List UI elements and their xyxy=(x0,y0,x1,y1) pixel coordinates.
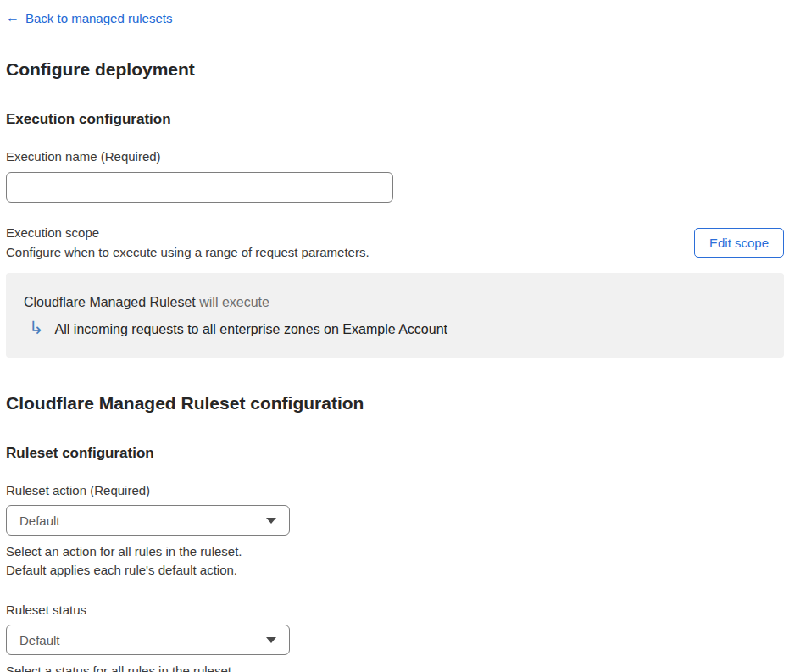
branch-arrow-icon: ↳ xyxy=(29,319,44,336)
page-title: Configure deployment xyxy=(6,59,784,80)
execution-scope-text: Execution scope Configure when to execut… xyxy=(6,223,369,262)
back-to-managed-rulesets-link[interactable]: ← Back to managed rulesets xyxy=(6,11,172,25)
will-execute-text: will execute xyxy=(199,295,269,309)
execution-configuration-heading: Execution configuration xyxy=(6,111,784,128)
execution-summary-scope: ↳ All incoming requests to all enterpris… xyxy=(24,322,767,337)
edit-scope-button[interactable]: Edit scope xyxy=(694,228,784,258)
execution-summary-panel: Cloudflare Managed Ruleset will execute … xyxy=(6,273,784,358)
scope-statement: All incoming requests to all enterprise … xyxy=(55,322,447,337)
chevron-down-icon xyxy=(266,637,276,643)
ruleset-status-selected-value: Default xyxy=(19,633,60,647)
ruleset-status-label: Ruleset status xyxy=(6,602,784,618)
execution-scope-row: Execution scope Configure when to execut… xyxy=(6,223,784,262)
execution-summary-headline: Cloudflare Managed Ruleset will execute xyxy=(24,295,767,310)
ruleset-action-help-line2: Default applies each rule's default acti… xyxy=(6,561,784,580)
ruleset-status-help: Select a status for all rules in the rul… xyxy=(6,662,784,672)
ruleset-configuration-title: Cloudflare Managed Ruleset configuration xyxy=(6,393,784,414)
ruleset-configuration-subheading: Ruleset configuration xyxy=(6,445,784,462)
ruleset-name: Cloudflare Managed Ruleset xyxy=(24,295,196,309)
ruleset-action-select[interactable]: Default xyxy=(6,505,290,536)
ruleset-action-help: Select an action for all rules in the ru… xyxy=(6,542,784,580)
configure-deployment-page: ← Back to managed rulesets Configure dep… xyxy=(0,0,789,672)
ruleset-status-select[interactable]: Default xyxy=(6,625,290,655)
execution-scope-description: Configure when to execute using a range … xyxy=(6,242,369,262)
execution-scope-label: Execution scope xyxy=(6,223,369,242)
back-arrow-icon: ← xyxy=(6,11,19,25)
back-link-label: Back to managed rulesets xyxy=(25,11,172,25)
chevron-down-icon xyxy=(266,518,276,524)
ruleset-action-selected-value: Default xyxy=(19,514,60,528)
ruleset-action-help-line1: Select an action for all rules in the ru… xyxy=(6,542,784,561)
execution-name-input[interactable] xyxy=(6,172,393,203)
ruleset-action-label: Ruleset action (Required) xyxy=(6,482,784,498)
execution-name-label: Execution name (Required) xyxy=(6,148,784,164)
